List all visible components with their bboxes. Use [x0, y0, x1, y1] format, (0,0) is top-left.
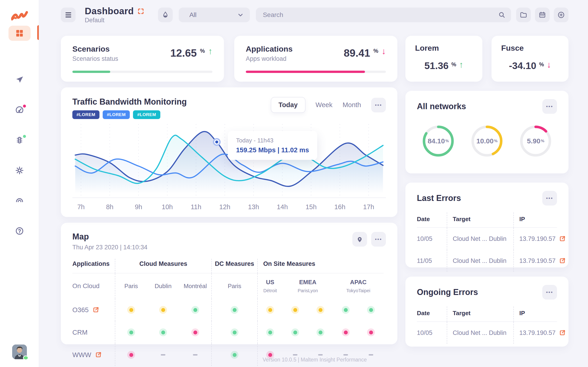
column-header-target: Target — [447, 212, 513, 228]
add-button[interactable] — [554, 8, 569, 22]
scenarios-title: Scenarios — [72, 44, 118, 53]
svg-text:10h: 10h — [162, 203, 173, 211]
map-card: Map Thu Apr 23 2020 | 14:10:34 ••• Appli… — [61, 223, 397, 344]
app-logo[interactable] — [9, 7, 31, 23]
user-avatar[interactable] — [12, 344, 27, 359]
traffic-tabs: TodayWeekMonth••• — [271, 97, 386, 113]
top-header: Dashboard Default All — [61, 7, 569, 23]
ellipsis-icon: ••• — [375, 236, 382, 242]
page-title: Dashboard — [85, 6, 134, 16]
external-link-icon[interactable] — [559, 329, 566, 336]
external-link-icon[interactable] — [559, 235, 566, 242]
measure-cell — [179, 321, 211, 344]
ellipsis-icon: ••• — [546, 104, 553, 109]
last-errors-card: Last Errors ••• DateTargetIP10/05Cloud N… — [405, 183, 569, 267]
status-dot-green — [291, 328, 299, 336]
traffic-more-button[interactable]: ••• — [371, 98, 386, 112]
status-dot-pink — [342, 328, 350, 336]
svg-text:8h: 8h — [106, 203, 113, 211]
online-status-dot — [23, 356, 28, 360]
filter-select[interactable]: All — [179, 8, 250, 22]
measure-cell — [308, 321, 333, 344]
measure-cell — [358, 299, 384, 321]
mini-cards-row: Lorem 51.36% ↑ Fusce -34.10% ↓ — [405, 36, 569, 82]
status-none-dash — [318, 354, 323, 356]
arrow-down-icon: ↓ — [381, 46, 386, 56]
chart-highlight-marker — [213, 138, 221, 146]
error-ip: 13.79.190.57 — [513, 228, 557, 250]
lorem-value: 51.36 — [424, 60, 449, 71]
external-link-icon[interactable] — [92, 307, 99, 313]
sidebar-item-traffic[interactable] — [9, 133, 31, 148]
sidebar-item-navigation[interactable] — [9, 72, 31, 87]
traffic-tag-0[interactable]: #LOREM — [72, 110, 99, 119]
column-header-target: Target — [447, 307, 513, 322]
status-dot-yellow — [291, 306, 299, 314]
active-nav-indicator — [37, 25, 39, 40]
notification-badge — [23, 134, 26, 138]
theme-droplet-button[interactable] — [158, 8, 173, 22]
traffic-title: Traffic Bandwidth Monitoring — [72, 97, 187, 107]
tab-month[interactable]: Month — [342, 101, 361, 109]
filter-selected-value: All — [189, 11, 196, 19]
traffic-bandwidth-card: Traffic Bandwidth Monitoring #LOREM#LORE… — [61, 87, 397, 217]
tab-week[interactable]: Week — [316, 101, 333, 109]
ellipsis-icon: ••• — [546, 195, 553, 201]
networks-more-button[interactable]: ••• — [542, 99, 557, 114]
ongoing-errors-table: DateTargetIP10/05Cloud Net ... Dublin13.… — [417, 307, 557, 344]
signal-icon — [15, 196, 24, 206]
fullscreen-icon[interactable] — [137, 8, 144, 15]
measure-cell — [283, 299, 308, 321]
search-icon[interactable] — [498, 11, 506, 19]
lorem-title: Lorem — [415, 44, 473, 52]
network-donut-1: 10.00% — [466, 120, 508, 162]
tooltip-time: Today - 11h43 — [236, 137, 309, 144]
tooltip-value: 159.25 Mbps | 11.02 ms — [236, 146, 309, 154]
measure-cell — [211, 321, 257, 344]
ongoing-errors-more-button[interactable]: ••• — [542, 285, 557, 300]
measure-cell — [147, 321, 179, 344]
svg-text:15h: 15h — [305, 203, 317, 211]
tab-today[interactable]: Today — [271, 97, 305, 113]
measure-cell — [147, 344, 179, 366]
menu-button[interactable] — [61, 8, 76, 22]
map-pin-button[interactable] — [352, 232, 367, 247]
city-header-paris: Paris — [115, 273, 147, 299]
svg-text:17h: 17h — [363, 203, 374, 211]
search-input[interactable] — [263, 11, 498, 19]
sidebar-item-dashboard[interactable] — [9, 26, 31, 41]
arrow-up-icon: ↑ — [459, 60, 463, 70]
status-dot-green — [266, 328, 274, 336]
notification-badge — [23, 104, 26, 108]
status-dot-green — [231, 351, 238, 359]
sidebar-item-settings[interactable] — [9, 163, 31, 178]
search-field[interactable] — [256, 8, 511, 22]
last-errors-title: Last Errors — [417, 193, 461, 203]
traffic-tag-1[interactable]: #LOREM — [103, 110, 130, 119]
status-none-dash — [193, 354, 198, 356]
traffic-tag-2[interactable]: #LOREM — [133, 110, 160, 119]
external-link-icon[interactable] — [559, 257, 566, 264]
sidebar-item-signal[interactable] — [9, 193, 31, 208]
external-link-icon[interactable] — [95, 351, 102, 358]
sidebar-item-gauge[interactable] — [9, 102, 31, 117]
main-area: Dashboard Default All — [39, 0, 588, 367]
sidebar-item-help[interactable] — [9, 223, 31, 239]
network-donut-0: 84.10% — [417, 120, 460, 162]
last-errors-more-button[interactable]: ••• — [542, 191, 557, 206]
chart-tooltip: Today - 11h43 159.25 Mbps | 11.02 ms — [228, 131, 317, 160]
measure-cell — [179, 344, 211, 366]
status-dot-green — [317, 328, 324, 336]
map-measures-table: ApplicationsCloud MeasuresDC MeasuresOn … — [72, 259, 386, 366]
calendar-button[interactable] — [535, 8, 550, 22]
svg-text:16h: 16h — [334, 203, 345, 211]
measure-cell — [211, 299, 257, 321]
status-dot-green — [367, 306, 375, 314]
folder-button[interactable] — [516, 8, 531, 22]
status-dot-yellow — [159, 306, 167, 314]
map-more-button[interactable]: ••• — [371, 232, 386, 247]
applications-subtitle: Apps workload — [246, 55, 293, 62]
scenarios-subtitle: Scenarios status — [72, 55, 118, 62]
map-title: Map — [72, 232, 147, 242]
status-none-dash — [293, 354, 297, 356]
